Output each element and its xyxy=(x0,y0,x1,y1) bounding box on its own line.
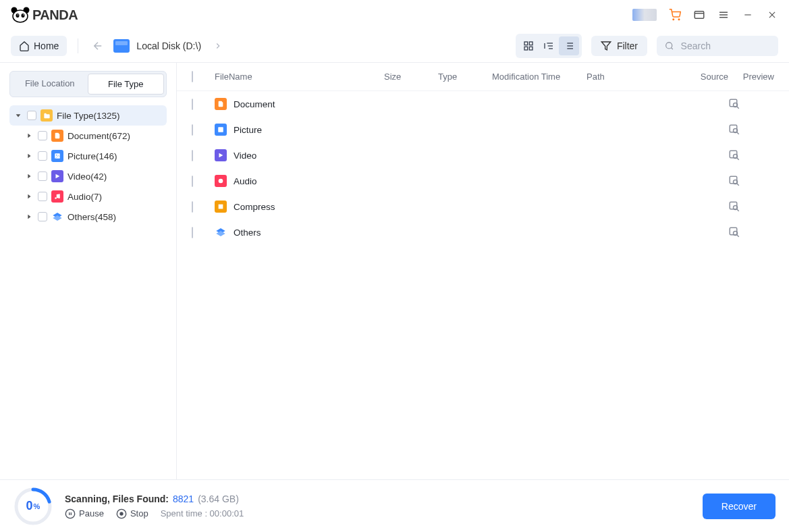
chevron-right-icon[interactable] xyxy=(24,192,34,201)
checkbox[interactable] xyxy=(38,212,47,221)
preview-icon[interactable] xyxy=(728,98,774,110)
checkbox[interactable] xyxy=(27,111,36,120)
stop-button[interactable]: Stop xyxy=(116,508,148,519)
search-input[interactable] xyxy=(681,41,770,51)
col-modification[interactable]: Modification Time xyxy=(492,72,587,82)
col-preview[interactable]: Preview xyxy=(728,72,774,82)
document-icon xyxy=(215,98,227,110)
chevron-right-icon[interactable] xyxy=(24,212,34,221)
svg-marker-33 xyxy=(16,114,21,117)
checkbox[interactable] xyxy=(38,151,47,161)
breadcrumb-location[interactable]: Local Disk (D:\) xyxy=(113,39,223,53)
tree-item-audio[interactable]: Audio(7) xyxy=(9,186,167,207)
checkbox[interactable] xyxy=(38,192,47,201)
checkbox[interactable] xyxy=(192,124,193,136)
checkbox[interactable] xyxy=(38,131,47,140)
preview-icon[interactable] xyxy=(728,124,774,136)
video-icon xyxy=(51,170,63,182)
disk-icon xyxy=(113,39,130,53)
view-list-button[interactable] xyxy=(559,36,579,55)
tree-item-document[interactable]: Document(672) xyxy=(9,126,167,146)
svg-point-4 xyxy=(22,14,25,18)
tab-file-location[interactable]: File Location xyxy=(12,74,88,95)
filter-button[interactable]: Filter xyxy=(591,36,647,56)
tree-item-others[interactable]: Others(458) xyxy=(9,207,167,227)
recover-button[interactable]: Recover xyxy=(703,494,776,519)
close-icon[interactable] xyxy=(766,9,778,21)
tree-item-picture[interactable]: Picture(146) xyxy=(9,146,167,166)
col-source[interactable]: Source xyxy=(681,72,728,82)
checkbox[interactable] xyxy=(192,227,193,238)
col-filename[interactable]: FileName xyxy=(215,72,384,82)
chevron-down-icon[interactable] xyxy=(13,111,23,120)
preview-icon[interactable] xyxy=(728,226,774,238)
tree-item-video[interactable]: Video(42) xyxy=(9,166,167,186)
select-all-checkbox[interactable] xyxy=(192,71,193,82)
pause-button[interactable]: Pause xyxy=(65,508,104,519)
search-box[interactable] xyxy=(657,36,778,56)
svg-marker-30 xyxy=(601,42,610,50)
tree-root-label: File Type(1325) xyxy=(57,111,120,121)
picture-icon xyxy=(215,124,227,136)
minimize-icon[interactable] xyxy=(742,9,754,21)
tab-file-type[interactable]: File Type xyxy=(88,74,165,95)
preview-icon[interactable] xyxy=(728,149,774,161)
col-type[interactable]: Type xyxy=(438,72,492,82)
video-icon xyxy=(215,149,227,161)
document-icon xyxy=(51,130,63,142)
svg-line-64 xyxy=(737,209,739,211)
checkbox[interactable] xyxy=(38,171,47,181)
home-icon xyxy=(19,41,30,51)
progress-ring: 0% xyxy=(13,487,53,526)
svg-point-2 xyxy=(13,10,28,22)
files-size: (3.64 GB) xyxy=(198,494,239,504)
sidebar: File Location File Type File Type(1325) … xyxy=(0,63,177,479)
svg-marker-35 xyxy=(28,154,30,159)
account-chip[interactable] xyxy=(632,9,657,21)
separator xyxy=(78,38,78,53)
checkbox[interactable] xyxy=(192,201,193,213)
preview-icon[interactable] xyxy=(728,175,774,187)
svg-marker-66 xyxy=(216,231,225,236)
search-icon xyxy=(665,41,674,51)
col-path[interactable]: Path xyxy=(587,72,681,82)
chevron-right-icon[interactable] xyxy=(24,171,34,181)
svg-marker-40 xyxy=(28,194,30,199)
pause-icon xyxy=(65,508,76,519)
row-label: Compress xyxy=(234,202,275,212)
tree-root[interactable]: File Type(1325) xyxy=(9,105,167,126)
cart-icon[interactable] xyxy=(669,9,681,21)
tree-item-label: Video(42) xyxy=(67,171,107,182)
file-row-compress[interactable]: Compress xyxy=(177,194,789,219)
inbox-icon[interactable] xyxy=(693,9,705,21)
file-row-audio[interactable]: Audio xyxy=(177,168,789,194)
main-panel: FileName Size Type Modification Time Pat… xyxy=(177,63,789,479)
svg-line-48 xyxy=(737,107,739,109)
view-grid-button[interactable] xyxy=(518,36,539,55)
file-row-document[interactable]: Document xyxy=(177,91,789,117)
chevron-right-icon[interactable] xyxy=(24,131,34,140)
back-button[interactable] xyxy=(89,37,107,55)
svg-marker-45 xyxy=(53,215,61,221)
preview-icon[interactable] xyxy=(728,201,774,213)
svg-rect-61 xyxy=(219,205,223,209)
chevron-right-icon[interactable] xyxy=(24,151,34,161)
svg-point-31 xyxy=(666,43,672,49)
home-button[interactable]: Home xyxy=(11,36,67,56)
file-row-picture[interactable]: Picture xyxy=(177,117,789,142)
svg-point-37 xyxy=(56,155,57,156)
checkbox[interactable] xyxy=(192,176,193,187)
file-row-video[interactable]: Video xyxy=(177,142,789,168)
checkbox[interactable] xyxy=(192,99,193,110)
svg-point-57 xyxy=(219,179,223,184)
filter-icon xyxy=(601,41,611,51)
checkbox[interactable] xyxy=(192,150,193,161)
view-mode-group xyxy=(516,34,582,58)
file-row-others[interactable]: Others xyxy=(177,219,789,245)
view-tree-button[interactable] xyxy=(539,36,559,55)
footer-info: Scanning, Files Found: 8821 (3.64 GB) Pa… xyxy=(65,494,244,519)
menu-icon[interactable] xyxy=(717,9,730,21)
picture-icon xyxy=(51,150,63,162)
col-size[interactable]: Size xyxy=(384,72,438,82)
row-label: Audio xyxy=(234,176,257,186)
